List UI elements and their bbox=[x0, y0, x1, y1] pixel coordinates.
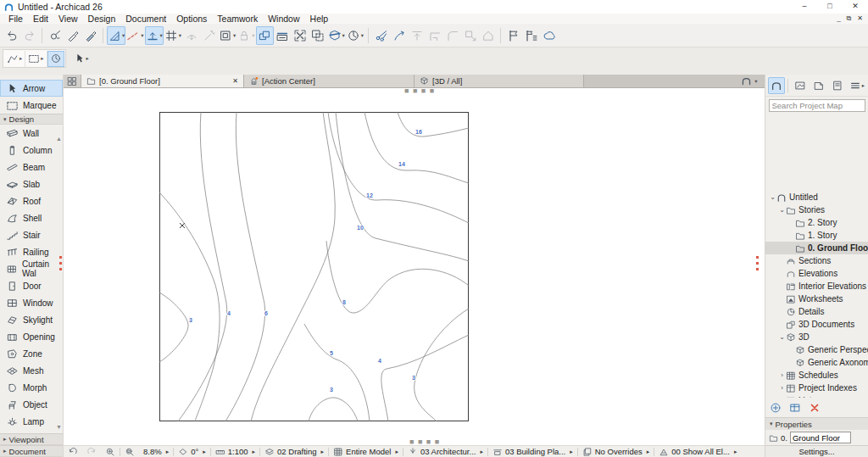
settings-button[interactable]: Settings... bbox=[765, 445, 868, 457]
tree-item-1-story[interactable]: 1. Story bbox=[765, 229, 868, 242]
gravity-button[interactable] bbox=[182, 26, 200, 45]
favorites-button[interactable] bbox=[504, 26, 522, 45]
marquee-geometry-button[interactable]: ▸ bbox=[25, 51, 47, 67]
delete-story-button[interactable] bbox=[809, 402, 821, 414]
toolbox-section-viewpoint[interactable]: ▸Viewpoint bbox=[0, 433, 63, 445]
menu-teamwork[interactable]: Teamwork bbox=[212, 14, 263, 24]
tree-item-3d-documents[interactable]: 3D Documents bbox=[765, 318, 868, 331]
toolbox-section-design[interactable]: ▾Design bbox=[0, 114, 63, 125]
inject-parameters-alt-button[interactable] bbox=[81, 26, 99, 45]
dropdown-arrow-icon[interactable]: ▾ bbox=[141, 32, 143, 39]
pen-set[interactable]: 03 Architectur...▸ bbox=[403, 446, 487, 457]
tool-column[interactable]: Column bbox=[0, 142, 63, 159]
arrow-method-button[interactable]: ▸ bbox=[71, 51, 92, 67]
dropdown-arrow-icon[interactable]: ▾ bbox=[160, 32, 163, 39]
grid-snap-button[interactable]: ▾ bbox=[164, 26, 182, 45]
navigate-back[interactable] bbox=[64, 446, 82, 457]
tree-item-sections[interactable]: Sections bbox=[765, 254, 868, 267]
tool-door[interactable]: Door bbox=[0, 277, 63, 294]
tab--3d-all-[interactable]: [3D / All] bbox=[415, 75, 584, 87]
dropdown-arrow-icon[interactable]: ▸ bbox=[647, 449, 650, 455]
panel-resize-indicator-left[interactable] bbox=[59, 256, 62, 271]
tool-roof[interactable]: Roof bbox=[0, 192, 63, 209]
tree-chevron-icon[interactable]: › bbox=[778, 384, 786, 392]
tree-item-untitled[interactable]: ⌄Untitled bbox=[765, 191, 868, 203]
tool-zone[interactable]: Zone bbox=[0, 345, 63, 362]
zoom-level[interactable]: 8.8%▸ bbox=[139, 446, 173, 457]
inject-parameters-button[interactable] bbox=[64, 26, 81, 45]
tool-mesh[interactable]: Mesh bbox=[0, 362, 63, 379]
publisher-sets-button[interactable] bbox=[829, 77, 846, 94]
favorites-palette-button[interactable] bbox=[522, 26, 540, 45]
pick-up-parameters-button[interactable] bbox=[46, 26, 64, 45]
tab-close-icon[interactable]: ✕ bbox=[232, 77, 238, 85]
dropdown-arrow-icon[interactable]: ▸ bbox=[395, 449, 398, 455]
story-name-field[interactable] bbox=[790, 432, 851, 443]
close-button[interactable]: ✕ bbox=[843, 0, 868, 14]
dropdown-arrow-icon[interactable]: ▾ bbox=[361, 32, 364, 39]
layer-combination[interactable]: 02 Drafting▸ bbox=[260, 446, 328, 457]
graphic-override[interactable]: No Overrides▸ bbox=[578, 446, 654, 457]
magic-wand-button[interactable] bbox=[200, 26, 218, 45]
tool-stair[interactable]: Stair bbox=[0, 226, 63, 243]
dropdown-arrow-icon[interactable]: ▸ bbox=[19, 55, 22, 62]
tree-chevron-icon[interactable]: › bbox=[778, 371, 786, 379]
tree-item-lists[interactable]: ›Lists bbox=[765, 394, 868, 398]
tree-item-worksheets[interactable]: Worksheets bbox=[765, 293, 868, 305]
dropdown-arrow-icon[interactable]: ▾ bbox=[122, 32, 125, 39]
mdi-restore-button[interactable]: ⧉ bbox=[847, 14, 852, 23]
rebuild-button[interactable] bbox=[47, 51, 64, 67]
tool-skylight[interactable]: Skylight bbox=[0, 311, 63, 328]
story-settings-button[interactable] bbox=[789, 402, 801, 414]
layout-book-button[interactable] bbox=[810, 77, 827, 94]
snap-references-button[interactable]: ▾ bbox=[145, 26, 164, 45]
menu-window[interactable]: Window bbox=[263, 14, 304, 24]
mdi-close-button[interactable]: ✕ bbox=[857, 14, 863, 23]
menu-file[interactable]: File bbox=[3, 14, 28, 24]
project-map-button[interactable] bbox=[768, 77, 785, 94]
dropdown-arrow-icon[interactable]: ▸ bbox=[253, 449, 256, 455]
mdi-minimize-button[interactable]: _ bbox=[837, 14, 840, 23]
search-input[interactable] bbox=[769, 99, 865, 112]
tool-slab[interactable]: Slab bbox=[0, 176, 63, 192]
tab-overview-button[interactable]: ▾ bbox=[734, 75, 765, 87]
dropdown-arrow-icon[interactable]: ▸ bbox=[734, 449, 737, 455]
dimension-style[interactable]: 03 Building Pla...▸ bbox=[488, 446, 577, 457]
dropdown-arrow-icon[interactable]: ▸ bbox=[86, 55, 89, 62]
tree-item-project-indexes[interactable]: ›Project Indexes bbox=[765, 382, 868, 394]
dropdown-arrow-icon[interactable]: ▾ bbox=[754, 78, 757, 85]
drawing-canvas[interactable]: ■ ■ ■ ■ ■ ■ ■ ■ 1614121084635433 bbox=[64, 88, 765, 445]
add-story-button[interactable] bbox=[770, 402, 782, 414]
dropdown-arrow-icon[interactable]: ▾ bbox=[179, 32, 181, 39]
menu-design[interactable]: Design bbox=[83, 14, 121, 24]
tool-marquee[interactable]: Marquee bbox=[0, 97, 63, 114]
minimize-button[interactable]: – bbox=[792, 0, 817, 14]
stretch-marquee-button[interactable] bbox=[292, 26, 309, 45]
dropdown-arrow-icon[interactable]: ▸ bbox=[570, 449, 573, 455]
drawing-scale[interactable]: 1:100▸ bbox=[211, 446, 259, 457]
zoom-in[interactable] bbox=[101, 446, 120, 457]
tool-object[interactable]: Object bbox=[0, 396, 63, 413]
tool-shell[interactable]: Shell bbox=[0, 209, 63, 226]
3d-cutting-planes-button[interactable]: ▾ bbox=[327, 26, 346, 45]
properties-header[interactable]: ▾ Properties bbox=[765, 417, 868, 430]
trace-reference-button[interactable] bbox=[309, 26, 327, 45]
tree-chevron-icon[interactable]: ⌄ bbox=[769, 193, 776, 201]
tool-wall[interactable]: Wall bbox=[0, 125, 63, 142]
tree-item-schedules[interactable]: ›Schedules bbox=[765, 369, 868, 382]
polyline-geometry-button[interactable]: ▸ bbox=[4, 51, 25, 67]
tool-curtain-wal[interactable]: Curtain Wal bbox=[0, 260, 63, 277]
tool-beam[interactable]: Beam bbox=[0, 159, 63, 176]
tab--0-ground-floor-[interactable]: [0. Ground Floor]✕ bbox=[81, 75, 244, 87]
dropdown-arrow-icon[interactable]: ▸ bbox=[166, 449, 170, 455]
split-button[interactable] bbox=[372, 26, 390, 45]
pane-split-handle-bottom[interactable]: ■ ■ ■ ■ bbox=[409, 440, 440, 443]
snap-guides-button[interactable]: ▾ bbox=[125, 26, 144, 45]
tool-arrow[interactable]: Arrow bbox=[0, 80, 63, 97]
dimension-options-button[interactable] bbox=[274, 26, 292, 45]
dropdown-arrow-icon[interactable]: ▾ bbox=[252, 32, 254, 39]
dropdown-arrow-icon[interactable]: ▸ bbox=[203, 449, 206, 455]
redo-button[interactable] bbox=[20, 26, 38, 45]
set-orientation-button[interactable]: ▾ bbox=[346, 26, 364, 45]
menu-edit[interactable]: Edit bbox=[28, 14, 53, 24]
